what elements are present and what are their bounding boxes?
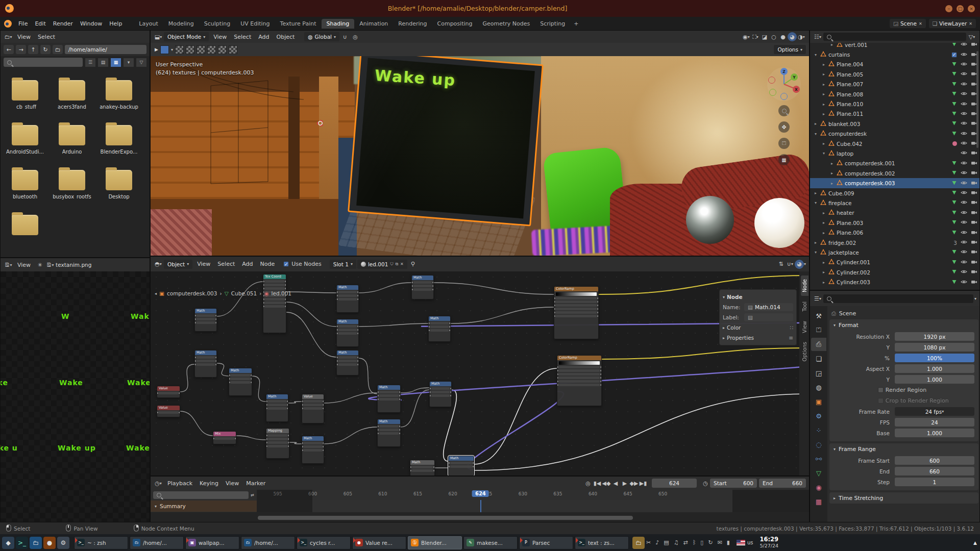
- shader-node-mix[interactable]: Mix: [213, 431, 236, 444]
- outliner-item-computerdesk[interactable]: ▾computerdesk: [810, 129, 980, 139]
- sidebar-tab-options[interactable]: Options: [801, 338, 808, 365]
- outliner-item-cube-009[interactable]: ▸Cube.009: [810, 188, 980, 198]
- hide-eye-icon[interactable]: [961, 259, 967, 266]
- shader-node-value[interactable]: Value: [302, 394, 324, 423]
- shading-rendered-icon[interactable]: ◑▾: [797, 32, 806, 41]
- overlays-icon[interactable]: ⛶▾: [751, 32, 760, 41]
- frame-rate-field[interactable]: 24 fps ▾: [895, 407, 974, 416]
- outliner-item-cylinder-002[interactable]: ▸Cylinder.002: [810, 267, 980, 277]
- workspace-tab-shading[interactable]: Shading: [322, 19, 355, 29]
- timeline-ruler[interactable]: 595600605610615620625630635640645650624: [257, 490, 810, 500]
- proportional-edit-icon[interactable]: ◎: [351, 32, 360, 41]
- editor-type-icon[interactable]: ◓▾: [154, 260, 163, 269]
- play-button[interactable]: ▶: [620, 479, 629, 488]
- taskbar-window-value-re[interactable]: ●Value re...: [352, 536, 406, 549]
- settings-launcher-icon[interactable]: ⚙: [57, 537, 69, 549]
- keyboard-layout[interactable]: us: [737, 540, 753, 545]
- section-menu-icon[interactable]: ≡: [789, 335, 793, 341]
- outliner-item-plane-011[interactable]: ▸Plane.011: [810, 109, 980, 119]
- gizmo-y-axis[interactable]: Y: [791, 73, 798, 81]
- taskbar-window-home[interactable]: 🗀/home/...: [241, 536, 295, 549]
- expand-arrow-icon[interactable]: ▸: [829, 171, 835, 176]
- folder-tile-blenderexpo[interactable]: BlenderExpo...: [95, 122, 142, 167]
- outliner-item-plane-010[interactable]: ▸Plane.010: [810, 99, 980, 109]
- folder-tile-desktop[interactable]: Desktop: [95, 167, 142, 212]
- shader-node-math[interactable]: Math: [448, 456, 474, 476]
- play-reverse-button[interactable]: ◀: [611, 479, 620, 488]
- channel-search-input[interactable]: [153, 491, 249, 499]
- hide-eye-icon[interactable]: [961, 160, 967, 167]
- tray-display-icon[interactable]: ▤: [664, 539, 669, 546]
- base-field[interactable]: 1.000: [895, 429, 974, 437]
- node-label-field[interactable]: ▤: [744, 313, 793, 321]
- expand-arrow-icon[interactable]: ▸: [821, 92, 826, 96]
- aspect-x-field[interactable]: 1.000: [895, 364, 974, 373]
- workspace-tab-animation[interactable]: Animation: [354, 19, 393, 29]
- shader-node-math[interactable]: Math: [410, 460, 435, 476]
- outliner-item-jacketplace[interactable]: ▾jacketplace: [810, 247, 980, 257]
- current-frame-field[interactable]: 624: [652, 479, 697, 488]
- use-nodes-toggle[interactable]: ✓ Use Nodes: [283, 261, 322, 267]
- hide-eye-icon[interactable]: [961, 268, 967, 276]
- editor-type-icon[interactable]: ⬓▾: [154, 32, 163, 41]
- outliner-search-input[interactable]: [823, 33, 966, 41]
- snap-magnet-icon[interactable]: ∪: [340, 32, 350, 41]
- outliner-item-plane-006[interactable]: ▸Plane.006: [810, 228, 980, 237]
- frame-start-field[interactable]: Start600: [710, 479, 757, 488]
- image-view-menu[interactable]: View: [14, 258, 34, 271]
- outliner-item-fireplace[interactable]: ▾fireplace: [810, 198, 980, 208]
- filter-toggle-icon[interactable]: ⇄: [251, 493, 254, 497]
- disable-render-camera-icon[interactable]: [971, 180, 977, 187]
- back-button[interactable]: ←: [4, 45, 14, 54]
- next-keyframe-button[interactable]: ◆▶: [629, 479, 639, 488]
- window-minimize-button[interactable]: –: [945, 5, 952, 12]
- forward-button[interactable]: →: [16, 45, 26, 54]
- shader-menu-node[interactable]: Node: [257, 257, 279, 271]
- shader-node-math[interactable]: Math: [377, 419, 401, 447]
- main-menu-edit[interactable]: Edit: [31, 17, 49, 30]
- outliner-item-plane-004[interactable]: ▸Plane.004: [810, 60, 980, 69]
- shader-node-math[interactable]: Math: [336, 319, 359, 347]
- item-field[interactable]: 100%: [895, 354, 974, 362]
- expand-arrow-icon[interactable]: ▸: [813, 240, 818, 245]
- viewlayer-selector[interactable]: ❏ ViewLayer ✕: [929, 19, 976, 28]
- shading-solid-icon[interactable]: ●: [778, 32, 788, 41]
- expand-arrow-icon[interactable]: ▸: [821, 220, 826, 225]
- texture-slot[interactable]: [175, 45, 184, 54]
- jump-to-end-button[interactable]: ▶▮: [639, 479, 648, 488]
- outliner-item-cube-042[interactable]: ▸Cube.042: [810, 139, 980, 148]
- tray-bluetooth-icon[interactable]: ᛒ: [693, 539, 696, 546]
- shader-menu-view[interactable]: View: [193, 257, 214, 271]
- current-frame-badge[interactable]: 624: [472, 490, 489, 497]
- properties-tab-tool[interactable]: ⚒: [811, 309, 826, 322]
- tray-battery-icon[interactable]: ▮: [727, 539, 730, 546]
- unlink-scene-icon[interactable]: ✕: [919, 21, 922, 26]
- shader-node-mapping[interactable]: Mapping: [266, 428, 289, 459]
- shading-material-icon[interactable]: ◕: [788, 32, 797, 41]
- use-preview-range-icon[interactable]: ◷: [701, 479, 710, 488]
- properties-tab-texture[interactable]: ▦: [811, 495, 826, 508]
- summary-channel[interactable]: ▾Summary: [151, 500, 257, 512]
- taskbar-window-blender[interactable]: ⓑBlender...: [408, 536, 462, 549]
- taskbar-window-parsec[interactable]: PParsec: [519, 536, 573, 549]
- workspace-tab-rendering[interactable]: Rendering: [393, 19, 432, 29]
- expand-arrow-icon[interactable]: ▸: [821, 102, 826, 107]
- taskbar-window-wallpap[interactable]: ▣wallpap...: [185, 536, 239, 549]
- shader-node-colorramp[interactable]: ColorRamp: [554, 286, 599, 339]
- display-mode-list-icon[interactable]: ☰: [85, 58, 95, 67]
- terminal-launcher-icon[interactable]: >_: [16, 537, 28, 549]
- timeline-menu-view[interactable]: View: [222, 477, 242, 490]
- frame-start-field[interactable]: 600: [895, 456, 974, 465]
- folder-tile-busybox-rootfs[interactable]: busybox_rootfs: [48, 167, 95, 212]
- sidebar-tab-tool[interactable]: Tool: [801, 298, 808, 315]
- resolution-x-field[interactable]: 1920 px: [895, 332, 974, 341]
- peek-desktop-icon[interactable]: ▲: [973, 540, 977, 545]
- relations-icon[interactable]: ⇅: [776, 260, 786, 269]
- timeline-scrollbar[interactable]: [151, 512, 810, 522]
- properties-tab-render[interactable]: ⏍: [811, 323, 826, 337]
- properties-tab-world[interactable]: ◍: [811, 381, 826, 394]
- expand-arrow-icon[interactable]: ▸: [821, 72, 826, 77]
- shader-node-math[interactable]: Math: [411, 275, 434, 299]
- hide-eye-icon[interactable]: [961, 130, 967, 138]
- hide-eye-icon[interactable]: [961, 140, 967, 147]
